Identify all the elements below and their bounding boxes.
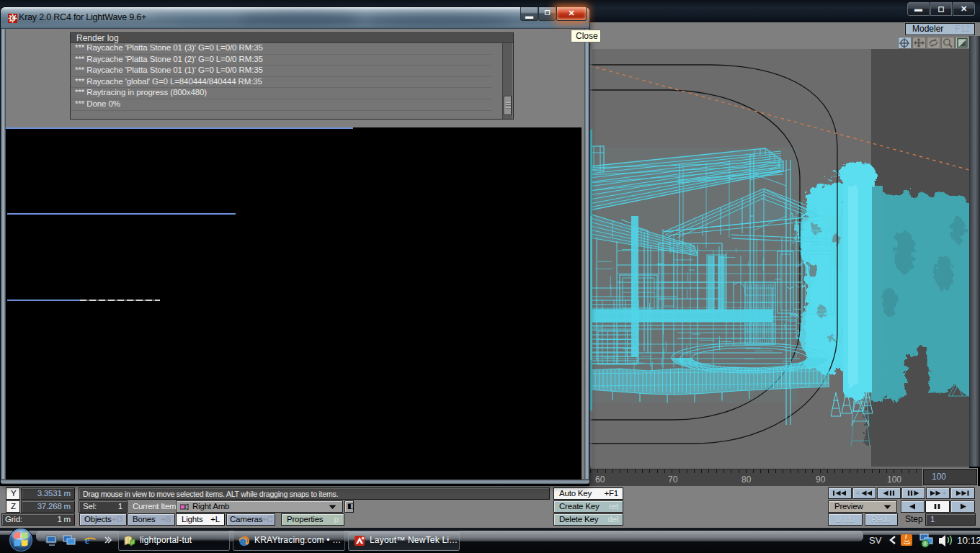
svg-text:SV: SV <box>869 535 882 546</box>
svg-text:10:12: 10:12 <box>957 535 980 546</box>
svg-text:e: e <box>85 534 90 546</box>
